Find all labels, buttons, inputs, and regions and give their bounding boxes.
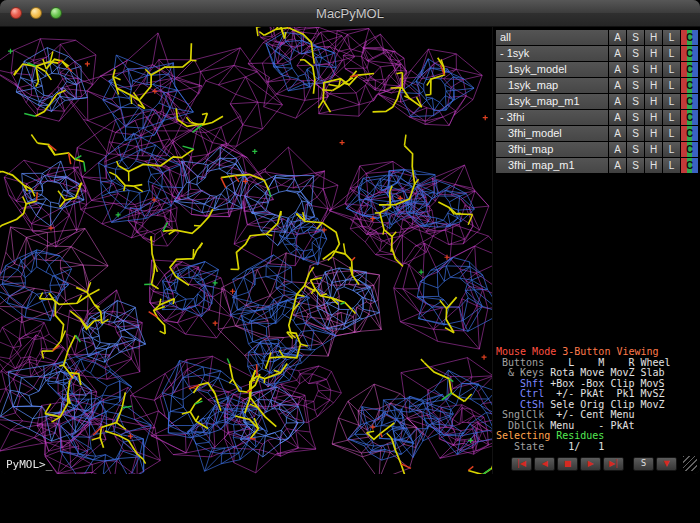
action-button-c[interactable]: C	[681, 62, 698, 77]
action-button-h[interactable]: H	[645, 110, 662, 125]
mouse-panel-text: +/- Cent Menu	[544, 409, 634, 420]
action-button-l[interactable]: L	[663, 46, 680, 61]
mouse-panel-text: Menu - PkAt	[544, 420, 634, 431]
object-row: 1syk_map_m1ASHLC	[496, 94, 698, 109]
action-button-l[interactable]: L	[663, 126, 680, 141]
action-button-h[interactable]: H	[645, 142, 662, 157]
step-back-button[interactable]: ◀	[534, 457, 555, 471]
mouse-panel-text: Mouse Mode	[496, 346, 562, 357]
object-name[interactable]: - 1syk	[496, 46, 608, 61]
action-button-h[interactable]: H	[645, 126, 662, 141]
action-button-s[interactable]: S	[627, 46, 644, 61]
action-button-l[interactable]: L	[663, 78, 680, 93]
action-button-l[interactable]: L	[663, 94, 680, 109]
mouse-panel-text: 1/ 1	[544, 441, 604, 452]
object-row: 3fhi_modelASHLC	[496, 126, 698, 141]
object-name[interactable]: 3fhi_model	[496, 126, 608, 141]
action-button-s[interactable]: S	[627, 78, 644, 93]
action-button-s[interactable]: S	[627, 110, 644, 125]
object-name[interactable]: all	[496, 30, 608, 45]
action-button-a[interactable]: A	[609, 62, 626, 77]
object-row: - 3fhiASHLC	[496, 110, 698, 125]
action-button-h[interactable]: H	[645, 94, 662, 109]
action-button-l[interactable]: L	[663, 142, 680, 157]
action-button-c[interactable]: C	[681, 78, 698, 93]
action-button-l[interactable]: L	[663, 30, 680, 45]
close-button[interactable]	[10, 7, 22, 19]
action-button-c[interactable]: C	[681, 158, 698, 173]
action-button-s[interactable]: S	[627, 94, 644, 109]
action-button-a[interactable]: A	[609, 126, 626, 141]
action-button-l[interactable]: L	[663, 158, 680, 173]
mouse-panel-text: L M R Wheel	[544, 357, 670, 368]
action-button-c[interactable]: C	[681, 46, 698, 61]
mouse-panel-text: 3-Button Viewing	[562, 346, 658, 357]
object-name[interactable]: 3fhi_map_m1	[496, 158, 608, 173]
action-button-h[interactable]: H	[645, 46, 662, 61]
action-button-c[interactable]: C	[681, 30, 698, 45]
action-button-c[interactable]: C	[681, 94, 698, 109]
action-button-a[interactable]: A	[609, 158, 626, 173]
action-button-h[interactable]: H	[645, 62, 662, 77]
viewport-3d: PyMOL>_	[0, 27, 492, 474]
action-button-s[interactable]: S	[627, 158, 644, 173]
molecular-viewport-canvas[interactable]	[0, 27, 492, 474]
action-button-a[interactable]: A	[609, 142, 626, 157]
action-button-a[interactable]: A	[609, 94, 626, 109]
action-button-l[interactable]: L	[663, 110, 680, 125]
object-row: allASHLC	[496, 30, 698, 45]
mouse-panel-text: +Box -Box Clip MovS	[544, 378, 664, 389]
scene-button[interactable]: S	[633, 457, 654, 471]
minimize-button[interactable]	[30, 7, 42, 19]
mouse-panel-text: +/- PkAt Pk1 MvSZ	[544, 388, 664, 399]
rewind-button[interactable]: |◀	[511, 457, 532, 471]
object-row: 3fhi_map_m1ASHLC	[496, 158, 698, 173]
action-button-c[interactable]: C	[681, 126, 698, 141]
action-button-c[interactable]: C	[681, 110, 698, 125]
object-name[interactable]: 1syk_map_m1	[496, 94, 608, 109]
action-button-a[interactable]: A	[609, 46, 626, 61]
action-button-l[interactable]: L	[663, 62, 680, 77]
object-row: - 1sykASHLC	[496, 46, 698, 61]
prompt-cursor: _	[46, 458, 53, 471]
mouse-panel-text: Rota Move MovZ Slab	[544, 367, 664, 378]
object-name[interactable]: 3fhi_map	[496, 142, 608, 157]
action-button-c[interactable]: C	[681, 142, 698, 157]
mouse-panel-text: Residues	[556, 430, 604, 441]
mouse-panel-text: Sele Orig Clip MovZ	[544, 399, 664, 410]
panel-spacer	[496, 174, 698, 347]
object-row: 3fhi_mapASHLC	[496, 142, 698, 157]
play-button[interactable]: ▶	[580, 457, 601, 471]
object-name[interactable]: 1syk_map	[496, 78, 608, 93]
mouse-panel-text: SnglClk	[496, 409, 544, 420]
object-list: allASHLC- 1sykASHLC1syk_modelASHLC1syk_m…	[496, 30, 698, 174]
action-button-s[interactable]: S	[627, 126, 644, 141]
mouse-panel-text: Selecting	[496, 430, 556, 441]
main-content: PyMOL>_ allASHLC- 1sykASHLC1syk_modelASH…	[0, 27, 700, 474]
action-button-s[interactable]: S	[627, 142, 644, 157]
mouse-panel-text: CtSh	[496, 399, 544, 410]
action-button-a[interactable]: A	[609, 110, 626, 125]
action-button-h[interactable]: H	[645, 158, 662, 173]
object-name[interactable]: 1syk_model	[496, 62, 608, 77]
prompt-label: PyMOL>	[6, 458, 46, 471]
action-button-s[interactable]: S	[627, 62, 644, 77]
step-forward-button[interactable]: ▶|	[603, 457, 624, 471]
action-button-a[interactable]: A	[609, 78, 626, 93]
mouse-panel-text: Ctrl	[496, 388, 544, 399]
frame-menu-button[interactable]: ▼	[656, 457, 677, 471]
action-button-a[interactable]: A	[609, 30, 626, 45]
zoom-button[interactable]	[50, 7, 62, 19]
stop-button[interactable]: ■	[557, 457, 578, 471]
state-line[interactable]: State 1/ 1	[496, 442, 698, 453]
object-row: 1syk_mapASHLC	[496, 78, 698, 93]
macpymol-window: MacPyMOL PyMOL>_ allASHLC- 1sykASHLC1syk…	[0, 0, 700, 474]
command-prompt[interactable]: PyMOL>_	[6, 458, 52, 471]
action-button-h[interactable]: H	[645, 30, 662, 45]
action-button-h[interactable]: H	[645, 78, 662, 93]
object-name[interactable]: - 3fhi	[496, 110, 608, 125]
mouse-panel-text: Buttons	[496, 357, 544, 368]
titlebar[interactable]: MacPyMOL	[0, 0, 700, 27]
resize-grip[interactable]	[683, 456, 697, 471]
action-button-s[interactable]: S	[627, 30, 644, 45]
